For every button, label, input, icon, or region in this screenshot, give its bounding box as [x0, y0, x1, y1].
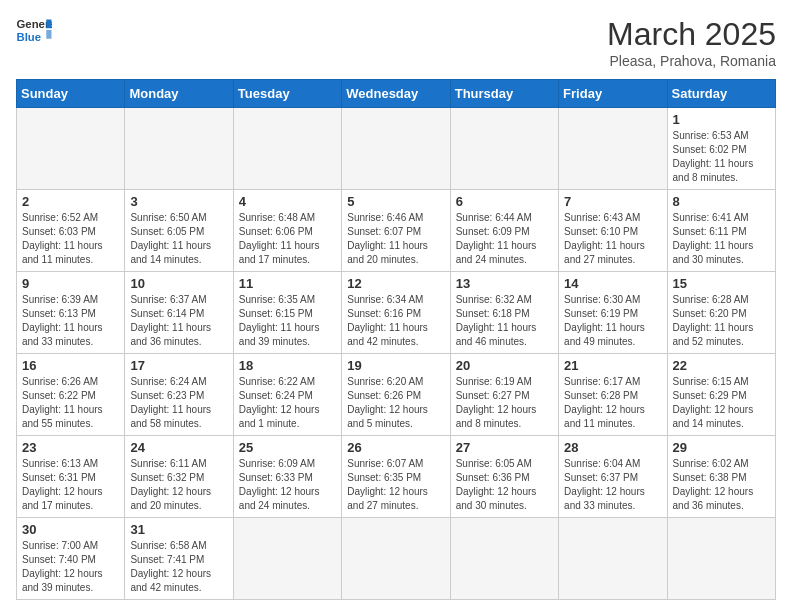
calendar-cell: 17Sunrise: 6:24 AM Sunset: 6:23 PM Dayli… — [125, 354, 233, 436]
weekday-header-row: SundayMondayTuesdayWednesdayThursdayFrid… — [17, 80, 776, 108]
calendar-table: SundayMondayTuesdayWednesdayThursdayFrid… — [16, 79, 776, 600]
day-info: Sunrise: 6:22 AM Sunset: 6:24 PM Dayligh… — [239, 375, 336, 431]
day-number: 12 — [347, 276, 444, 291]
day-info: Sunrise: 6:04 AM Sunset: 6:37 PM Dayligh… — [564, 457, 661, 513]
calendar-cell: 8Sunrise: 6:41 AM Sunset: 6:11 PM Daylig… — [667, 190, 775, 272]
day-number: 19 — [347, 358, 444, 373]
day-number: 21 — [564, 358, 661, 373]
day-number: 11 — [239, 276, 336, 291]
calendar-cell: 11Sunrise: 6:35 AM Sunset: 6:15 PM Dayli… — [233, 272, 341, 354]
day-info: Sunrise: 6:30 AM Sunset: 6:19 PM Dayligh… — [564, 293, 661, 349]
calendar-cell: 19Sunrise: 6:20 AM Sunset: 6:26 PM Dayli… — [342, 354, 450, 436]
calendar-cell: 27Sunrise: 6:05 AM Sunset: 6:36 PM Dayli… — [450, 436, 558, 518]
day-info: Sunrise: 6:26 AM Sunset: 6:22 PM Dayligh… — [22, 375, 119, 431]
calendar-cell: 28Sunrise: 6:04 AM Sunset: 6:37 PM Dayli… — [559, 436, 667, 518]
day-number: 10 — [130, 276, 227, 291]
weekday-header-tuesday: Tuesday — [233, 80, 341, 108]
calendar-cell — [450, 518, 558, 600]
svg-marker-2 — [46, 20, 51, 29]
weekday-header-sunday: Sunday — [17, 80, 125, 108]
day-number: 15 — [673, 276, 770, 291]
calendar-cell: 1Sunrise: 6:53 AM Sunset: 6:02 PM Daylig… — [667, 108, 775, 190]
calendar-cell: 7Sunrise: 6:43 AM Sunset: 6:10 PM Daylig… — [559, 190, 667, 272]
calendar-cell — [17, 108, 125, 190]
day-info: Sunrise: 6:24 AM Sunset: 6:23 PM Dayligh… — [130, 375, 227, 431]
calendar-cell: 14Sunrise: 6:30 AM Sunset: 6:19 PM Dayli… — [559, 272, 667, 354]
day-info: Sunrise: 6:37 AM Sunset: 6:14 PM Dayligh… — [130, 293, 227, 349]
day-info: Sunrise: 6:41 AM Sunset: 6:11 PM Dayligh… — [673, 211, 770, 267]
calendar-week-5: 30Sunrise: 7:00 AM Sunset: 7:40 PM Dayli… — [17, 518, 776, 600]
day-info: Sunrise: 6:07 AM Sunset: 6:35 PM Dayligh… — [347, 457, 444, 513]
day-number: 14 — [564, 276, 661, 291]
day-info: Sunrise: 6:53 AM Sunset: 6:02 PM Dayligh… — [673, 129, 770, 185]
page-header: General Blue March 2025 Pleasa, Prahova,… — [16, 16, 776, 69]
calendar-cell: 20Sunrise: 6:19 AM Sunset: 6:27 PM Dayli… — [450, 354, 558, 436]
calendar-cell: 16Sunrise: 6:26 AM Sunset: 6:22 PM Dayli… — [17, 354, 125, 436]
calendar-cell — [450, 108, 558, 190]
calendar-cell — [233, 108, 341, 190]
day-info: Sunrise: 6:32 AM Sunset: 6:18 PM Dayligh… — [456, 293, 553, 349]
calendar-cell: 13Sunrise: 6:32 AM Sunset: 6:18 PM Dayli… — [450, 272, 558, 354]
day-info: Sunrise: 6:35 AM Sunset: 6:15 PM Dayligh… — [239, 293, 336, 349]
svg-text:Blue: Blue — [17, 31, 42, 43]
day-info: Sunrise: 6:46 AM Sunset: 6:07 PM Dayligh… — [347, 211, 444, 267]
calendar-cell — [559, 108, 667, 190]
calendar-cell — [233, 518, 341, 600]
calendar-cell: 5Sunrise: 6:46 AM Sunset: 6:07 PM Daylig… — [342, 190, 450, 272]
weekday-header-friday: Friday — [559, 80, 667, 108]
day-number: 2 — [22, 194, 119, 209]
calendar-cell: 24Sunrise: 6:11 AM Sunset: 6:32 PM Dayli… — [125, 436, 233, 518]
calendar-cell: 9Sunrise: 6:39 AM Sunset: 6:13 PM Daylig… — [17, 272, 125, 354]
day-info: Sunrise: 6:48 AM Sunset: 6:06 PM Dayligh… — [239, 211, 336, 267]
weekday-header-saturday: Saturday — [667, 80, 775, 108]
day-number: 30 — [22, 522, 119, 537]
day-info: Sunrise: 6:20 AM Sunset: 6:26 PM Dayligh… — [347, 375, 444, 431]
day-info: Sunrise: 6:44 AM Sunset: 6:09 PM Dayligh… — [456, 211, 553, 267]
day-info: Sunrise: 6:50 AM Sunset: 6:05 PM Dayligh… — [130, 211, 227, 267]
calendar-cell: 23Sunrise: 6:13 AM Sunset: 6:31 PM Dayli… — [17, 436, 125, 518]
day-number: 16 — [22, 358, 119, 373]
day-info: Sunrise: 6:15 AM Sunset: 6:29 PM Dayligh… — [673, 375, 770, 431]
day-number: 17 — [130, 358, 227, 373]
day-info: Sunrise: 6:19 AM Sunset: 6:27 PM Dayligh… — [456, 375, 553, 431]
logo-icon: General Blue — [16, 16, 52, 44]
day-number: 31 — [130, 522, 227, 537]
calendar-cell: 26Sunrise: 6:07 AM Sunset: 6:35 PM Dayli… — [342, 436, 450, 518]
day-info: Sunrise: 6:13 AM Sunset: 6:31 PM Dayligh… — [22, 457, 119, 513]
calendar-week-2: 9Sunrise: 6:39 AM Sunset: 6:13 PM Daylig… — [17, 272, 776, 354]
day-number: 9 — [22, 276, 119, 291]
day-number: 28 — [564, 440, 661, 455]
calendar-cell: 21Sunrise: 6:17 AM Sunset: 6:28 PM Dayli… — [559, 354, 667, 436]
day-info: Sunrise: 6:17 AM Sunset: 6:28 PM Dayligh… — [564, 375, 661, 431]
day-number: 3 — [130, 194, 227, 209]
logo: General Blue — [16, 16, 52, 44]
day-info: Sunrise: 6:09 AM Sunset: 6:33 PM Dayligh… — [239, 457, 336, 513]
day-number: 29 — [673, 440, 770, 455]
calendar-cell — [125, 108, 233, 190]
calendar-cell: 3Sunrise: 6:50 AM Sunset: 6:05 PM Daylig… — [125, 190, 233, 272]
calendar-cell — [559, 518, 667, 600]
day-info: Sunrise: 6:58 AM Sunset: 7:41 PM Dayligh… — [130, 539, 227, 595]
day-info: Sunrise: 6:39 AM Sunset: 6:13 PM Dayligh… — [22, 293, 119, 349]
calendar-cell: 2Sunrise: 6:52 AM Sunset: 6:03 PM Daylig… — [17, 190, 125, 272]
title-area: March 2025 Pleasa, Prahova, Romania — [607, 16, 776, 69]
day-number: 4 — [239, 194, 336, 209]
calendar-week-3: 16Sunrise: 6:26 AM Sunset: 6:22 PM Dayli… — [17, 354, 776, 436]
day-info: Sunrise: 6:28 AM Sunset: 6:20 PM Dayligh… — [673, 293, 770, 349]
day-number: 7 — [564, 194, 661, 209]
weekday-header-wednesday: Wednesday — [342, 80, 450, 108]
day-info: Sunrise: 6:52 AM Sunset: 6:03 PM Dayligh… — [22, 211, 119, 267]
weekday-header-thursday: Thursday — [450, 80, 558, 108]
calendar-cell: 6Sunrise: 6:44 AM Sunset: 6:09 PM Daylig… — [450, 190, 558, 272]
day-number: 1 — [673, 112, 770, 127]
calendar-cell: 18Sunrise: 6:22 AM Sunset: 6:24 PM Dayli… — [233, 354, 341, 436]
day-number: 24 — [130, 440, 227, 455]
calendar-cell: 30Sunrise: 7:00 AM Sunset: 7:40 PM Dayli… — [17, 518, 125, 600]
day-info: Sunrise: 6:05 AM Sunset: 6:36 PM Dayligh… — [456, 457, 553, 513]
calendar-cell — [667, 518, 775, 600]
day-info: Sunrise: 6:43 AM Sunset: 6:10 PM Dayligh… — [564, 211, 661, 267]
svg-marker-3 — [46, 30, 51, 39]
day-info: Sunrise: 7:00 AM Sunset: 7:40 PM Dayligh… — [22, 539, 119, 595]
day-number: 23 — [22, 440, 119, 455]
day-info: Sunrise: 6:11 AM Sunset: 6:32 PM Dayligh… — [130, 457, 227, 513]
